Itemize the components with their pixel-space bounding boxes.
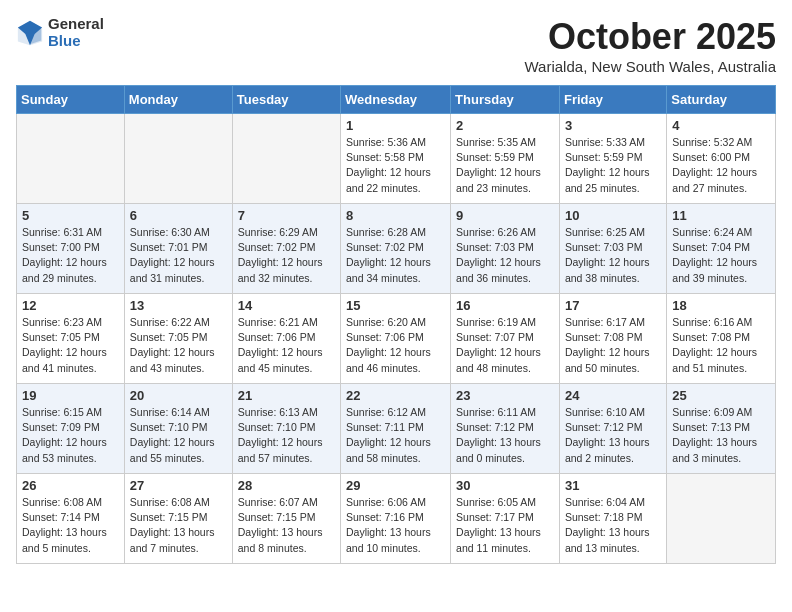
day-number: 27: [130, 478, 227, 493]
day-number: 19: [22, 388, 119, 403]
day-cell: 7Sunrise: 6:29 AM Sunset: 7:02 PM Daylig…: [232, 204, 340, 294]
day-cell: 10Sunrise: 6:25 AM Sunset: 7:03 PM Dayli…: [559, 204, 666, 294]
day-number: 22: [346, 388, 445, 403]
day-cell: 4Sunrise: 5:32 AM Sunset: 6:00 PM Daylig…: [667, 114, 776, 204]
day-cell: 17Sunrise: 6:17 AM Sunset: 7:08 PM Dayli…: [559, 294, 666, 384]
month-title: October 2025: [525, 16, 777, 58]
day-cell: 20Sunrise: 6:14 AM Sunset: 7:10 PM Dayli…: [124, 384, 232, 474]
day-info: Sunrise: 6:20 AM Sunset: 7:06 PM Dayligh…: [346, 315, 445, 376]
day-number: 5: [22, 208, 119, 223]
day-number: 11: [672, 208, 770, 223]
day-cell: 27Sunrise: 6:08 AM Sunset: 7:15 PM Dayli…: [124, 474, 232, 564]
day-info: Sunrise: 6:08 AM Sunset: 7:14 PM Dayligh…: [22, 495, 119, 556]
col-header-sunday: Sunday: [17, 86, 125, 114]
day-number: 1: [346, 118, 445, 133]
logo-icon: [16, 19, 44, 47]
day-cell: 3Sunrise: 5:33 AM Sunset: 5:59 PM Daylig…: [559, 114, 666, 204]
day-info: Sunrise: 6:28 AM Sunset: 7:02 PM Dayligh…: [346, 225, 445, 286]
day-info: Sunrise: 6:19 AM Sunset: 7:07 PM Dayligh…: [456, 315, 554, 376]
day-number: 24: [565, 388, 661, 403]
day-info: Sunrise: 6:25 AM Sunset: 7:03 PM Dayligh…: [565, 225, 661, 286]
col-header-monday: Monday: [124, 86, 232, 114]
day-info: Sunrise: 6:10 AM Sunset: 7:12 PM Dayligh…: [565, 405, 661, 466]
day-info: Sunrise: 6:16 AM Sunset: 7:08 PM Dayligh…: [672, 315, 770, 376]
day-info: Sunrise: 6:23 AM Sunset: 7:05 PM Dayligh…: [22, 315, 119, 376]
day-cell: 19Sunrise: 6:15 AM Sunset: 7:09 PM Dayli…: [17, 384, 125, 474]
col-header-wednesday: Wednesday: [341, 86, 451, 114]
day-cell: 24Sunrise: 6:10 AM Sunset: 7:12 PM Dayli…: [559, 384, 666, 474]
col-header-thursday: Thursday: [451, 86, 560, 114]
day-info: Sunrise: 6:17 AM Sunset: 7:08 PM Dayligh…: [565, 315, 661, 376]
day-info: Sunrise: 5:36 AM Sunset: 5:58 PM Dayligh…: [346, 135, 445, 196]
day-cell: [17, 114, 125, 204]
day-info: Sunrise: 6:14 AM Sunset: 7:10 PM Dayligh…: [130, 405, 227, 466]
day-info: Sunrise: 6:29 AM Sunset: 7:02 PM Dayligh…: [238, 225, 335, 286]
header-row: SundayMondayTuesdayWednesdayThursdayFrid…: [17, 86, 776, 114]
day-number: 9: [456, 208, 554, 223]
day-number: 4: [672, 118, 770, 133]
day-info: Sunrise: 6:11 AM Sunset: 7:12 PM Dayligh…: [456, 405, 554, 466]
day-info: Sunrise: 6:13 AM Sunset: 7:10 PM Dayligh…: [238, 405, 335, 466]
day-cell: 8Sunrise: 6:28 AM Sunset: 7:02 PM Daylig…: [341, 204, 451, 294]
day-number: 13: [130, 298, 227, 313]
day-number: 15: [346, 298, 445, 313]
day-number: 29: [346, 478, 445, 493]
day-info: Sunrise: 6:24 AM Sunset: 7:04 PM Dayligh…: [672, 225, 770, 286]
day-number: 7: [238, 208, 335, 223]
logo-blue-text: Blue: [48, 33, 104, 50]
day-number: 20: [130, 388, 227, 403]
day-number: 6: [130, 208, 227, 223]
week-row-1: 1Sunrise: 5:36 AM Sunset: 5:58 PM Daylig…: [17, 114, 776, 204]
day-cell: 9Sunrise: 6:26 AM Sunset: 7:03 PM Daylig…: [451, 204, 560, 294]
day-info: Sunrise: 5:32 AM Sunset: 6:00 PM Dayligh…: [672, 135, 770, 196]
day-cell: 5Sunrise: 6:31 AM Sunset: 7:00 PM Daylig…: [17, 204, 125, 294]
day-info: Sunrise: 6:26 AM Sunset: 7:03 PM Dayligh…: [456, 225, 554, 286]
day-number: 30: [456, 478, 554, 493]
day-cell: 18Sunrise: 6:16 AM Sunset: 7:08 PM Dayli…: [667, 294, 776, 384]
day-info: Sunrise: 6:15 AM Sunset: 7:09 PM Dayligh…: [22, 405, 119, 466]
day-info: Sunrise: 6:21 AM Sunset: 7:06 PM Dayligh…: [238, 315, 335, 376]
day-cell: 23Sunrise: 6:11 AM Sunset: 7:12 PM Dayli…: [451, 384, 560, 474]
col-header-tuesday: Tuesday: [232, 86, 340, 114]
day-info: Sunrise: 5:33 AM Sunset: 5:59 PM Dayligh…: [565, 135, 661, 196]
week-row-3: 12Sunrise: 6:23 AM Sunset: 7:05 PM Dayli…: [17, 294, 776, 384]
day-cell: 21Sunrise: 6:13 AM Sunset: 7:10 PM Dayli…: [232, 384, 340, 474]
day-cell: 11Sunrise: 6:24 AM Sunset: 7:04 PM Dayli…: [667, 204, 776, 294]
day-number: 3: [565, 118, 661, 133]
title-area: October 2025 Warialda, New South Wales, …: [525, 16, 777, 75]
logo-text: General Blue: [48, 16, 104, 49]
day-number: 12: [22, 298, 119, 313]
day-number: 26: [22, 478, 119, 493]
day-info: Sunrise: 6:07 AM Sunset: 7:15 PM Dayligh…: [238, 495, 335, 556]
day-cell: [232, 114, 340, 204]
day-info: Sunrise: 6:31 AM Sunset: 7:00 PM Dayligh…: [22, 225, 119, 286]
calendar-table: SundayMondayTuesdayWednesdayThursdayFrid…: [16, 85, 776, 564]
day-cell: 31Sunrise: 6:04 AM Sunset: 7:18 PM Dayli…: [559, 474, 666, 564]
day-number: 16: [456, 298, 554, 313]
day-number: 17: [565, 298, 661, 313]
location: Warialda, New South Wales, Australia: [525, 58, 777, 75]
day-cell: 1Sunrise: 5:36 AM Sunset: 5:58 PM Daylig…: [341, 114, 451, 204]
day-cell: 12Sunrise: 6:23 AM Sunset: 7:05 PM Dayli…: [17, 294, 125, 384]
day-cell: 25Sunrise: 6:09 AM Sunset: 7:13 PM Dayli…: [667, 384, 776, 474]
day-number: 31: [565, 478, 661, 493]
week-row-4: 19Sunrise: 6:15 AM Sunset: 7:09 PM Dayli…: [17, 384, 776, 474]
day-cell: 6Sunrise: 6:30 AM Sunset: 7:01 PM Daylig…: [124, 204, 232, 294]
day-cell: 22Sunrise: 6:12 AM Sunset: 7:11 PM Dayli…: [341, 384, 451, 474]
day-cell: [667, 474, 776, 564]
day-cell: 13Sunrise: 6:22 AM Sunset: 7:05 PM Dayli…: [124, 294, 232, 384]
day-info: Sunrise: 6:04 AM Sunset: 7:18 PM Dayligh…: [565, 495, 661, 556]
logo: General Blue: [16, 16, 104, 49]
day-number: 25: [672, 388, 770, 403]
day-cell: 28Sunrise: 6:07 AM Sunset: 7:15 PM Dayli…: [232, 474, 340, 564]
day-cell: 2Sunrise: 5:35 AM Sunset: 5:59 PM Daylig…: [451, 114, 560, 204]
day-number: 10: [565, 208, 661, 223]
day-info: Sunrise: 6:22 AM Sunset: 7:05 PM Dayligh…: [130, 315, 227, 376]
day-number: 21: [238, 388, 335, 403]
day-info: Sunrise: 6:12 AM Sunset: 7:11 PM Dayligh…: [346, 405, 445, 466]
day-cell: 14Sunrise: 6:21 AM Sunset: 7:06 PM Dayli…: [232, 294, 340, 384]
day-info: Sunrise: 6:30 AM Sunset: 7:01 PM Dayligh…: [130, 225, 227, 286]
day-cell: [124, 114, 232, 204]
day-number: 14: [238, 298, 335, 313]
day-number: 28: [238, 478, 335, 493]
